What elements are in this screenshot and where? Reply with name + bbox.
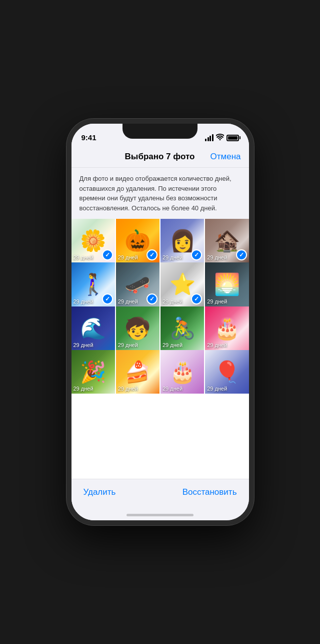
signal-bar-1 (205, 139, 206, 141)
photo-item[interactable]: ⭐29 дней (160, 262, 204, 306)
selected-badge (236, 249, 247, 260)
side-button-left-3 (66, 234, 67, 266)
photo-grid-row: 🌼29 дней🎃29 дней👩29 дней🏚️29 дней (72, 219, 249, 262)
photo-item[interactable]: 🍰29 дней (116, 350, 160, 394)
days-label: 29 дней (207, 254, 227, 260)
info-text: Для фото и видео отображается количество… (72, 168, 249, 219)
photo-grid-row: 🎉29 дней🍰29 дней🎂29 дней🎈29 дней (72, 350, 249, 394)
photo-item[interactable]: 🛹29 дней (116, 262, 160, 306)
days-label: 29 дней (162, 386, 182, 392)
selected-badge (102, 293, 113, 304)
battery-icon (226, 135, 239, 141)
signal-bars-icon (205, 134, 214, 141)
cancel-button[interactable]: Отмена (210, 152, 241, 162)
days-label: 29 дней (162, 342, 182, 348)
battery-fill (228, 136, 238, 140)
selected-badge (146, 293, 158, 304)
notch (122, 124, 198, 139)
days-label: 29 дней (162, 254, 182, 260)
side-button-right (254, 184, 254, 216)
photo-item[interactable]: 🎈29 дней (205, 350, 248, 394)
signal-bar-3 (210, 136, 211, 141)
days-label: 29 дней (207, 298, 227, 304)
selected-badge (191, 293, 202, 304)
photo-item[interactable]: 🚴29 дней (160, 306, 204, 350)
photo-item[interactable]: 🎂29 дней (160, 350, 204, 394)
delete-button[interactable]: Удалить (84, 487, 116, 497)
days-label: 29 дней (74, 254, 94, 260)
photo-item[interactable]: 👩29 дней (160, 219, 204, 262)
photo-item[interactable]: 🌊29 дней (72, 306, 115, 350)
photo-grid-row: 🚶‍♀️29 дней🛹29 дней⭐29 дней🌅29 дней (72, 262, 249, 306)
days-label: 29 дней (207, 342, 227, 348)
photo-item[interactable]: 🎃29 дней (116, 219, 160, 262)
days-label: 29 дней (118, 386, 138, 392)
selected-badge (102, 249, 113, 260)
days-label: 29 дней (118, 342, 138, 348)
photo-item[interactable]: 🎂29 дней (205, 306, 248, 350)
photo-item[interactable]: 🌼29 дней (72, 219, 115, 262)
nav-title: Выбрано 7 фото (110, 152, 210, 162)
status-time: 9:41 (82, 133, 96, 142)
side-button-left-1 (66, 169, 67, 186)
restore-button[interactable]: Восстановить (182, 487, 237, 497)
phone-frame: 9:41 Выбрано (66, 119, 254, 525)
photo-item[interactable]: 🏚️29 дней (205, 219, 248, 262)
side-button-left-2 (66, 194, 67, 226)
days-label: 29 дней (74, 342, 94, 348)
days-label: 29 дней (74, 298, 94, 304)
screen: 9:41 Выбрано (72, 124, 249, 520)
grid-container: 🌼29 дней🎃29 дней👩29 дней🏚️29 дней🚶‍♀️29 … (72, 219, 249, 394)
home-indicator (126, 514, 194, 516)
signal-bar-2 (208, 137, 209, 141)
photo-item[interactable]: 🌅29 дней (205, 262, 248, 306)
photo-item[interactable]: 🧒29 дней (116, 306, 160, 350)
photo-item[interactable]: 🚶‍♀️29 дней (72, 262, 115, 306)
days-label: 29 дней (118, 298, 138, 304)
photo-grid[interactable]: 🌼29 дней🎃29 дней👩29 дней🏚️29 дней🚶‍♀️29 … (72, 219, 249, 479)
days-label: 29 дней (162, 298, 182, 304)
photo-grid-row: 🌊29 дней🧒29 дней🚴29 дней🎂29 дней (72, 306, 249, 350)
info-text-content: Для фото и видео отображается количество… (80, 175, 232, 212)
signal-bar-4 (212, 134, 214, 141)
days-label: 29 дней (118, 254, 138, 260)
status-icons (205, 134, 239, 142)
photo-item[interactable]: 🎉29 дней (72, 350, 115, 394)
days-label: 29 дней (207, 386, 227, 392)
navigation-bar: Выбрано 7 фото Отмена (72, 146, 249, 168)
wifi-icon (216, 134, 224, 142)
days-label: 29 дней (74, 386, 94, 392)
